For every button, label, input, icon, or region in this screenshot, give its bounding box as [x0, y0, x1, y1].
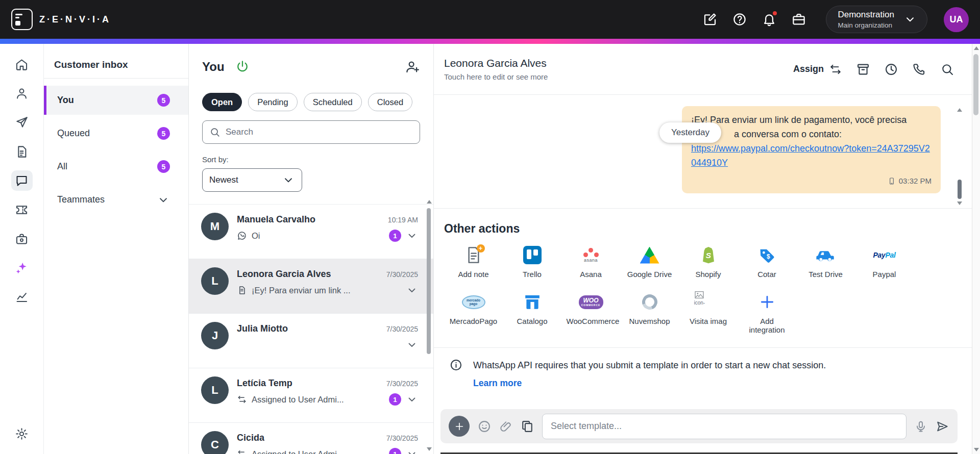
organization-switcher[interactable]: Demonstration Main organization: [826, 6, 927, 33]
chevron-down-icon[interactable]: [406, 339, 418, 351]
compose-message-icon[interactable]: [702, 12, 718, 27]
scroll-down-arrow[interactable]: [957, 201, 962, 205]
chevron-down-icon[interactable]: [406, 230, 418, 242]
chat-contact-subtitle[interactable]: Touch here to edit or see more: [444, 72, 548, 81]
scroll-up-arrow[interactable]: [974, 46, 979, 50]
other-actions-title: Other actions: [444, 222, 972, 236]
organization-sub: Main organization: [838, 21, 894, 29]
action-trello[interactable]: Trello: [503, 244, 561, 279]
chat-contact-name[interactable]: Leonora Garcia Alves: [444, 57, 548, 69]
page-scrollbar[interactable]: [972, 44, 980, 454]
sidebar-item-tickets[interactable]: [11, 199, 33, 220]
action-asana[interactable]: asana Asana: [561, 244, 620, 279]
chevron-down-icon[interactable]: [406, 284, 418, 296]
whatsapp-template-banner: WhatsApp API requires that you submit a …: [434, 347, 972, 399]
help-icon[interactable]: [732, 12, 747, 27]
sidebar-item-teammates[interactable]: Teammates: [44, 185, 188, 214]
message-scrollbar[interactable]: [957, 108, 963, 205]
list-scrollbar[interactable]: [426, 200, 432, 451]
scroll-down-arrow[interactable]: [974, 448, 979, 451]
action-catalogo[interactable]: Catalogo: [503, 291, 561, 334]
sort-dropdown[interactable]: Newest: [202, 168, 302, 192]
sidebar-item-settings[interactable]: [11, 423, 33, 444]
car-icon: [816, 247, 836, 263]
template-input[interactable]: [542, 414, 906, 439]
sidebar-item-queued[interactable]: Queued 5: [44, 119, 188, 148]
sidebar-item-you[interactable]: You 5: [44, 86, 188, 115]
phone-icon[interactable]: [912, 62, 926, 77]
action-google-drive[interactable]: Google Drive: [620, 244, 679, 279]
paperclip-icon[interactable]: [499, 420, 512, 433]
microphone-icon[interactable]: [914, 420, 927, 433]
user-avatar[interactable]: UA: [944, 7, 969, 32]
action-mercadopago[interactable]: mercado pago MercadoPago: [444, 291, 503, 334]
mobile-channel-icon: [888, 177, 896, 185]
action-test-drive[interactable]: Test Drive: [796, 244, 855, 279]
search-icon: [209, 127, 220, 138]
action-add-note[interactable]: + Add note: [444, 244, 503, 279]
message-bubble: ¡Ey! Para enviar um link de pagamento, v…: [682, 106, 941, 193]
list-title: You: [202, 60, 225, 74]
zenvia-logo[interactable]: Z·E·N·V·I·A: [11, 9, 111, 30]
scroll-up-arrow[interactable]: [957, 108, 962, 112]
briefcase-icon[interactable]: [791, 12, 806, 27]
sidebar-item-ai[interactable]: [11, 258, 33, 278]
conversation-row[interactable]: J Julia Miotto 7/30/2025: [189, 314, 433, 368]
nav-rail: [0, 44, 44, 454]
search-input[interactable]: [226, 127, 413, 137]
action-woocommerce[interactable]: WOOCOMMERCE WooCommerce: [561, 291, 620, 334]
scrollbar-thumb[interactable]: [973, 54, 978, 115]
unread-badge: 1: [389, 230, 401, 242]
conversation-row-selected[interactable]: L Leonora Garcia Alves 7/30/2025 ¡Ey! Pa…: [189, 259, 433, 314]
archive-icon[interactable]: [856, 62, 870, 77]
action-visita[interactable]: icon- Visita imag: [679, 291, 738, 334]
chevron-down-icon: [157, 193, 170, 207]
info-icon: [449, 358, 463, 372]
emoji-icon[interactable]: [477, 419, 492, 434]
add-contact-icon[interactable]: [405, 59, 420, 74]
sidebar-item-all[interactable]: All 5: [44, 152, 188, 181]
action-paypal[interactable]: PayPal Paypal: [855, 244, 914, 279]
message-time: 03:32 PM: [899, 174, 932, 188]
scrollbar-thumb[interactable]: [958, 180, 962, 199]
chevron-down-icon[interactable]: [406, 448, 418, 454]
scroll-up-arrow[interactable]: [427, 200, 432, 204]
sidebar-title: Customer inbox: [44, 59, 188, 70]
message-line-1: ¡Ey! Para enviar um link de pagamento, v…: [691, 113, 932, 127]
conversation-row[interactable]: M Manuela Carvalho 10:19 AM Oi 1: [189, 205, 433, 259]
sidebar-item-label: You: [57, 95, 74, 106]
sidebar-item-analytics[interactable]: [11, 287, 33, 307]
send-message-icon[interactable]: [935, 419, 949, 434]
template-pages-icon[interactable]: [520, 419, 534, 434]
conversation-row[interactable]: L Letícia Temp 7/30/2025 Assigned to Use…: [189, 368, 433, 423]
scroll-down-arrow[interactable]: [427, 447, 432, 451]
filter-chip-closed[interactable]: Closed: [368, 93, 412, 111]
sidebar-item-home[interactable]: [11, 54, 33, 74]
sidebar-item-campaigns[interactable]: [11, 112, 33, 133]
add-attachment-button[interactable]: [449, 416, 470, 437]
chat-panel: Leonora Garcia Alves Touch here to edit …: [434, 44, 972, 454]
assign-button[interactable]: Assign: [793, 63, 842, 76]
scrollbar-thumb[interactable]: [427, 208, 431, 354]
availability-power-icon[interactable]: [235, 59, 250, 74]
action-nuvemshop[interactable]: Nuvemshop: [620, 291, 679, 334]
history-clock-icon[interactable]: [884, 62, 898, 77]
filter-chip-scheduled[interactable]: Scheduled: [304, 93, 362, 111]
sidebar-item-chats[interactable]: [11, 170, 33, 191]
action-cotar[interactable]: $ Cotar: [738, 244, 796, 279]
sidebar-item-contacts[interactable]: [11, 83, 33, 104]
filter-chip-open[interactable]: Open: [202, 93, 242, 111]
sidebar-item-documents[interactable]: [11, 141, 33, 162]
chevron-down-icon[interactable]: [406, 393, 418, 406]
filter-chip-pending[interactable]: Pending: [248, 93, 298, 111]
conversation-row[interactable]: C Cicida 7/30/2025 Assigned to User Admi…: [189, 423, 433, 454]
search-conversation-icon[interactable]: [940, 62, 954, 77]
notifications-bell-icon[interactable]: [762, 12, 777, 27]
learn-more-link[interactable]: Learn more: [473, 378, 522, 389]
message-line-2: a conversa com o contato:: [734, 127, 932, 141]
action-add-integration[interactable]: Add integration: [738, 291, 796, 334]
sidebar-item-toolbox[interactable]: [11, 229, 33, 249]
action-shopify[interactable]: S Shopify: [679, 244, 738, 279]
notification-dot: [772, 10, 778, 16]
payment-link[interactable]: https://www.paypal.com/checkoutnow?token…: [691, 143, 930, 168]
